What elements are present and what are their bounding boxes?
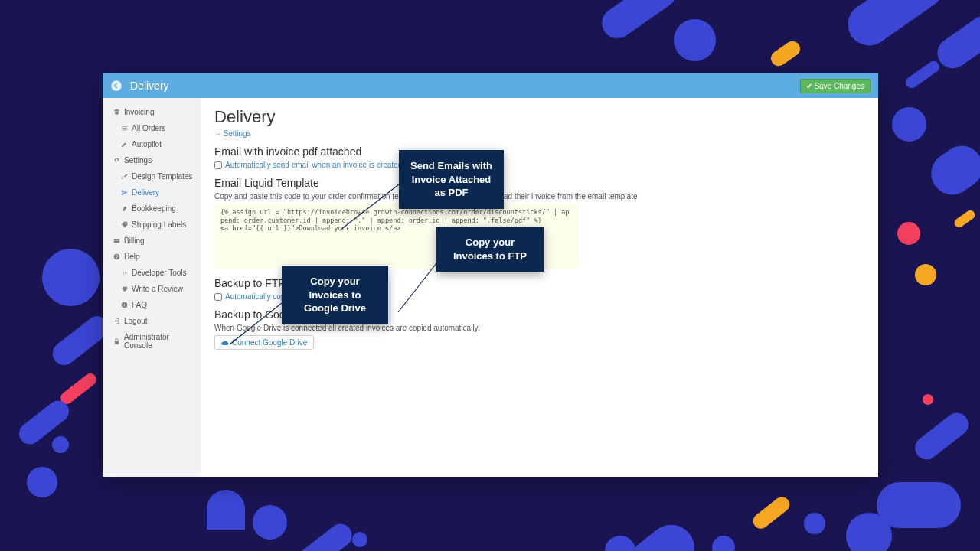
sidebar-item-delivery[interactable]: Delivery bbox=[103, 184, 201, 201]
sidebar-item-label: All Orders bbox=[132, 124, 165, 132]
heart-icon bbox=[121, 285, 128, 292]
sidebar-item-autopilot[interactable]: Autopilot bbox=[103, 136, 201, 152]
sidebar-item-label: Autopilot bbox=[132, 140, 162, 148]
sidebar-item-label: FAQ bbox=[132, 301, 147, 309]
cloud-icon bbox=[221, 339, 229, 347]
app-window: Delivery ✔ Save Changes Invoicing All Or… bbox=[103, 73, 878, 477]
pencil-icon bbox=[121, 141, 128, 148]
callout-gdrive: Copy your Invoices to Google Drive bbox=[282, 266, 388, 324]
back-icon[interactable] bbox=[110, 80, 122, 92]
tag-icon bbox=[121, 221, 128, 228]
connect-google-drive-button[interactable]: Connect Google Drive bbox=[214, 335, 314, 350]
page-title: Delivery bbox=[214, 107, 864, 127]
sidebar-item-label: Write a Review bbox=[132, 285, 183, 293]
logout-icon bbox=[113, 318, 120, 324]
sidebar-item-label: Administrator Console bbox=[124, 333, 194, 350]
sidebar-item-shipping-labels[interactable]: Shipping Labels bbox=[103, 217, 201, 233]
sidebar: Invoicing All Orders Autopilot Settings … bbox=[103, 98, 201, 477]
sidebar-item-logout[interactable]: Logout bbox=[103, 313, 201, 329]
gear-icon bbox=[113, 157, 120, 164]
question-icon bbox=[113, 253, 120, 260]
sidebar-item-all-orders[interactable]: All Orders bbox=[103, 120, 201, 136]
code-icon bbox=[121, 269, 128, 276]
section-email-pdf-heading: Email with invoice pdf attached bbox=[214, 145, 864, 158]
list-icon bbox=[121, 125, 128, 132]
sidebar-item-label: Delivery bbox=[132, 188, 159, 197]
sidebar-item-faq[interactable]: FAQ bbox=[103, 297, 201, 313]
sidebar-item-label: Logout bbox=[124, 317, 148, 325]
link-icon bbox=[121, 205, 128, 212]
send-icon bbox=[121, 189, 128, 196]
save-changes-label: Save Changes bbox=[814, 82, 864, 90]
callout-ftp: Copy your Invoices to FTP bbox=[436, 227, 544, 272]
sidebar-item-developer-tools[interactable]: Developer Tools bbox=[103, 265, 201, 281]
section-liquid-heading: Email Liquid Template bbox=[214, 177, 864, 189]
print-icon bbox=[113, 109, 120, 116]
sidebar-item-label: Help bbox=[124, 253, 140, 261]
topbar-title: Delivery bbox=[130, 80, 169, 92]
sidebar-item-label: Shipping Labels bbox=[132, 220, 186, 229]
card-icon bbox=[113, 237, 120, 244]
topbar: Delivery ✔ Save Changes bbox=[103, 73, 878, 98]
sidebar-item-invoicing[interactable]: Invoicing bbox=[103, 104, 201, 120]
sidebar-item-label: Settings bbox=[124, 156, 152, 165]
checkbox-label: Automatically send email when an invoice… bbox=[225, 161, 404, 169]
sidebar-item-write-review[interactable]: Write a Review bbox=[103, 281, 201, 297]
callout-email-pdf: Send Emails with Invoice Attached as PDF bbox=[399, 150, 504, 209]
sidebar-item-admin-console[interactable]: Administrator Console bbox=[103, 329, 201, 354]
sidebar-item-label: Developer Tools bbox=[132, 269, 187, 277]
auto-send-email-checkbox-row[interactable]: Automatically send email when an invoice… bbox=[214, 161, 864, 169]
sidebar-item-label: Invoicing bbox=[124, 108, 154, 116]
brush-icon bbox=[121, 173, 128, 180]
sidebar-item-label: Design Templates bbox=[132, 172, 192, 181]
sidebar-item-bookkeeping[interactable]: Bookkeeping bbox=[103, 201, 201, 217]
sidebar-item-label: Billing bbox=[124, 236, 145, 245]
button-label: Connect Google Drive bbox=[232, 338, 307, 347]
auto-send-email-checkbox[interactable] bbox=[214, 161, 222, 169]
gdrive-description: When Google Drive is connected all creat… bbox=[214, 324, 864, 332]
lock-icon bbox=[113, 338, 120, 345]
sidebar-item-billing[interactable]: Billing bbox=[103, 233, 201, 249]
save-changes-button[interactable]: ✔ Save Changes bbox=[800, 79, 871, 93]
sidebar-item-help[interactable]: Help bbox=[103, 249, 201, 265]
auto-copy-ftp-checkbox[interactable] bbox=[214, 293, 222, 301]
liquid-description: Copy and paste this code to your order c… bbox=[214, 192, 864, 201]
sidebar-item-label: Bookkeeping bbox=[132, 204, 176, 213]
sidebar-item-design-templates[interactable]: Design Templates bbox=[103, 168, 201, 184]
info-icon bbox=[121, 302, 128, 308]
settings-breadcrumb-link[interactable]: Settings bbox=[214, 129, 251, 138]
sidebar-item-settings[interactable]: Settings bbox=[103, 152, 201, 168]
